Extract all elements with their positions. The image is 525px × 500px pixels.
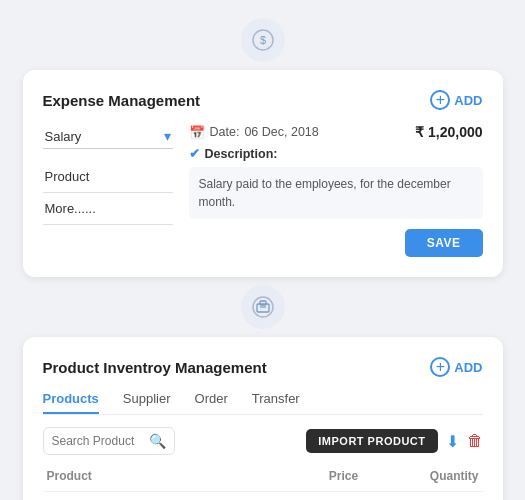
search-box: 🔍: [43, 427, 176, 455]
expense-add-label: ADD: [454, 93, 482, 108]
desc-checkbox-icon: ✔: [189, 146, 200, 161]
download-icon-button[interactable]: ⬇: [446, 432, 459, 451]
tab-supplier[interactable]: Supplier: [123, 391, 171, 414]
product-table: Product Price Quantity 1. Facial Kit ₹ 1…: [43, 465, 483, 500]
product-tabs: Products Supplier Order Transfer: [43, 391, 483, 415]
tab-products[interactable]: Products: [43, 391, 99, 414]
expense-dropdown[interactable]: Salary ▾: [43, 124, 173, 149]
tab-order[interactable]: Order: [195, 391, 228, 414]
expense-date-label: 📅 Date: 06 Dec, 2018: [189, 125, 319, 140]
tab-transfer[interactable]: Transfer: [252, 391, 300, 414]
col-price: Price: [259, 465, 362, 492]
product-add-label: ADD: [454, 360, 482, 375]
expense-add-icon: +: [430, 90, 450, 110]
svg-text:$: $: [259, 34, 265, 46]
date-value: 06 Dec, 2018: [244, 125, 318, 139]
dropdown-selected: Salary: [45, 129, 82, 144]
product-connector-icon: [241, 285, 285, 329]
trash-icon: 🗑: [467, 432, 483, 450]
import-product-button[interactable]: IMPORT PRODUCT: [306, 429, 437, 453]
expense-card: Expense Management + ADD Salary ▾ Produc…: [23, 70, 503, 277]
expense-right-panel: 📅 Date: 06 Dec, 2018 ₹ 1,20,000 ✔ Descri…: [189, 124, 483, 257]
expense-menu-item-product[interactable]: Product: [43, 161, 173, 193]
product-card: Product Inventroy Management + ADD Produ…: [23, 337, 503, 500]
expense-amount: ₹ 1,20,000: [415, 124, 482, 140]
expense-menu-item-more[interactable]: More......: [43, 193, 173, 225]
expense-title: Expense Management: [43, 92, 201, 109]
product-card-header: Product Inventroy Management + ADD: [43, 357, 483, 377]
table-row: 1. Facial Kit ₹ 1500 🚶 438: [43, 492, 483, 501]
date-prefix: Date:: [210, 125, 240, 139]
expense-body: Salary ▾ Product More...... 📅 Date: 06 D…: [43, 124, 483, 257]
expense-add-button[interactable]: + ADD: [430, 90, 482, 110]
expense-card-header: Expense Management + ADD: [43, 90, 483, 110]
col-product: Product: [43, 465, 260, 492]
search-icon: 🔍: [149, 433, 166, 449]
expense-description: Salary paid to the employees, for the de…: [189, 167, 483, 219]
product-title: Product Inventroy Management: [43, 359, 267, 376]
product-qty-cell: 🚶 438: [362, 492, 482, 501]
expense-connector-icon: $: [241, 18, 285, 62]
desc-label-text: Description:: [205, 147, 278, 161]
product-add-button[interactable]: + ADD: [430, 357, 482, 377]
chevron-down-icon: ▾: [164, 128, 171, 144]
expense-left-panel: Salary ▾ Product More......: [43, 124, 173, 257]
col-quantity: Quantity: [362, 465, 482, 492]
download-icon: ⬇: [446, 432, 459, 451]
expense-save-button[interactable]: SAVE: [405, 229, 483, 257]
search-import-row: 🔍 IMPORT PRODUCT ⬇ 🗑: [43, 427, 483, 455]
expense-date-row: 📅 Date: 06 Dec, 2018 ₹ 1,20,000: [189, 124, 483, 140]
delete-icon-button[interactable]: 🗑: [467, 432, 483, 450]
calendar-icon: 📅: [189, 125, 205, 140]
product-price-cell: ₹ 1500: [259, 492, 362, 501]
product-name-cell: 1. Facial Kit: [43, 492, 260, 501]
search-input[interactable]: [52, 434, 144, 448]
expense-save-row: SAVE: [189, 229, 483, 257]
expense-desc-label: ✔ Description:: [189, 146, 483, 161]
product-add-icon: +: [430, 357, 450, 377]
